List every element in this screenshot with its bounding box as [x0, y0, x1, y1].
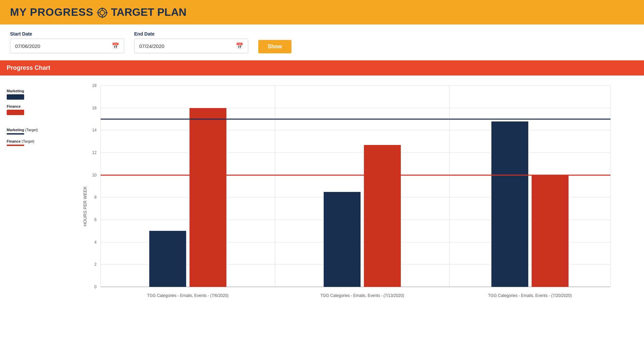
header-title-left: MY PROGRESS [10, 6, 94, 18]
chart-title: Progress Chart [7, 64, 50, 71]
show-button[interactable]: Show [258, 40, 291, 53]
end-date-calendar-icon: 📅 [236, 42, 243, 50]
legend-marketing-target-line [7, 133, 24, 135]
chart-svg-area: HOURS PER WEEK 18 16 14 [54, 79, 644, 315]
svg-text:14: 14 [92, 128, 97, 133]
bar-g2-marketing [324, 192, 361, 287]
svg-text:4: 4 [94, 240, 97, 245]
bar-g3-marketing [491, 121, 528, 287]
legend-finance: Finance [7, 104, 50, 115]
legend-marketing-swatch [7, 94, 24, 100]
bar-g1-marketing [149, 231, 186, 287]
start-date-calendar-icon: 📅 [112, 42, 119, 50]
bar-g2-finance [364, 145, 401, 287]
end-date-group: End Date 07/24/2020 📅 [134, 31, 248, 53]
svg-text:0: 0 [94, 285, 97, 289]
svg-text:HOURS PER WEEK: HOURS PER WEEK [83, 186, 88, 226]
end-date-label: End Date [134, 31, 248, 37]
bar-g1-finance [190, 108, 226, 287]
chart-container: Marketing Finance Marketing (Target) Fin… [0, 75, 644, 315]
bar-chart-svg: HOURS PER WEEK 18 16 14 [54, 79, 644, 314]
legend-marketing-target-label: Marketing (Target) [7, 128, 50, 132]
legend-finance-target: Finance (Target) [7, 139, 50, 146]
x-label-g2: TGG Categories - Emails, Events - (7/13/… [320, 293, 404, 298]
filter-row: Start Date 07/06/2020 📅 End Date 07/24/2… [0, 24, 644, 60]
x-label-g3: TGG Categories - Emails, Events - (7/20/… [488, 293, 572, 298]
end-date-value: 07/24/2020 [139, 43, 164, 49]
svg-text:2: 2 [94, 262, 97, 267]
start-date-group: Start Date 07/06/2020 📅 [10, 31, 124, 53]
start-date-value: 07/06/2020 [15, 43, 40, 49]
chart-legend: Marketing Finance Marketing (Target) Fin… [0, 79, 54, 315]
x-label-g1: TGG Categories - Emails, Events - (7/6/2… [147, 293, 229, 298]
chart-header: Progress Chart [0, 60, 644, 75]
legend-finance-target-line [7, 145, 24, 146]
legend-marketing-label: Marketing [7, 89, 50, 93]
svg-text:16: 16 [92, 106, 97, 110]
svg-point-1 [100, 10, 105, 15]
legend-marketing: Marketing [7, 89, 50, 100]
svg-text:10: 10 [92, 173, 97, 177]
page-header: MY PROGRESS TARGET PLAN [0, 0, 644, 24]
chart-section: Progress Chart Marketing Finance Marketi… [0, 60, 644, 315]
start-date-input[interactable]: 07/06/2020 📅 [10, 39, 124, 53]
legend-finance-label: Finance [7, 104, 50, 108]
legend-finance-target-label: Finance (Target) [7, 139, 50, 143]
target-icon [97, 7, 108, 18]
start-date-label: Start Date [10, 31, 124, 37]
bar-g3-finance [532, 175, 569, 287]
svg-text:6: 6 [94, 217, 97, 222]
svg-text:18: 18 [92, 83, 97, 88]
legend-finance-swatch [7, 110, 24, 115]
legend-marketing-target: Marketing (Target) [7, 128, 50, 135]
end-date-input[interactable]: 07/24/2020 📅 [134, 39, 248, 53]
svg-text:8: 8 [94, 195, 97, 200]
svg-text:12: 12 [92, 150, 97, 155]
header-title-right: TARGET PLAN [111, 6, 186, 18]
